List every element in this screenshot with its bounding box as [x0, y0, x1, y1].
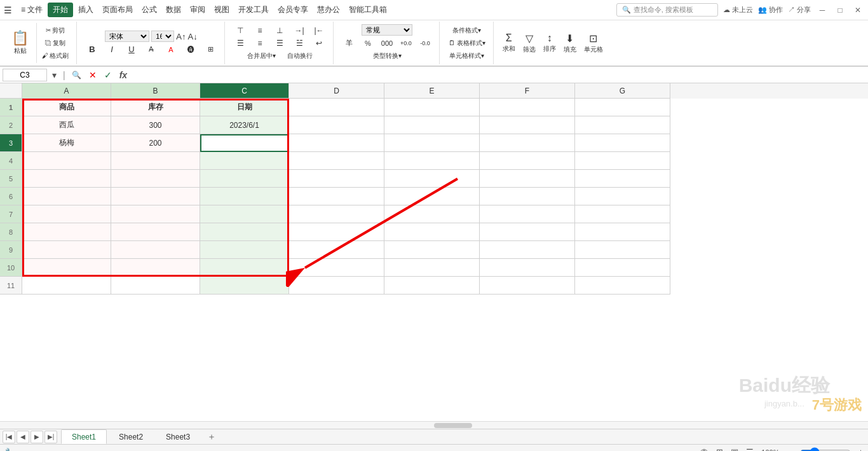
col-header-A[interactable]: A: [22, 83, 111, 99]
cell-B9[interactable]: [111, 241, 200, 259]
sheet-nav-prev[interactable]: ◀: [17, 431, 29, 443]
cell-E4[interactable]: [384, 152, 480, 170]
maximize-button[interactable]: □: [834, 4, 846, 17]
formula-input[interactable]: [132, 71, 865, 80]
font-size-select[interactable]: 16: [151, 31, 174, 42]
cell-D10[interactable]: [289, 259, 384, 277]
cell-A6[interactable]: [22, 188, 111, 205]
menu-formula[interactable]: 公式: [138, 3, 161, 17]
cell-E10[interactable]: [384, 259, 480, 277]
cell-E11[interactable]: [384, 277, 480, 295]
cell-C9[interactable]: [200, 241, 289, 259]
cell-A8[interactable]: [22, 223, 111, 241]
cell-G4[interactable]: [575, 152, 670, 170]
cell-F6[interactable]: [480, 188, 575, 205]
cell-F2[interactable]: [480, 116, 575, 134]
fill-button[interactable]: ⬇ 填充: [561, 31, 579, 55]
cell-A3[interactable]: 杨梅: [22, 134, 111, 152]
cell-B2[interactable]: 300: [111, 116, 200, 134]
cell-A4[interactable]: [22, 152, 111, 170]
menu-view[interactable]: 视图: [210, 3, 233, 17]
zoom-increase-button[interactable]: +: [858, 448, 863, 452]
cell-C10[interactable]: [200, 259, 289, 277]
cell-G6[interactable]: [575, 188, 670, 205]
align-bottom-button[interactable]: ⊥: [271, 25, 288, 36]
cell-F9[interactable]: [480, 241, 575, 259]
cell-D7[interactable]: [289, 205, 384, 223]
underline-button[interactable]: U: [123, 43, 140, 55]
number-format-select[interactable]: 常规: [362, 24, 412, 36]
cut-button[interactable]: ✂ 剪切: [39, 25, 71, 36]
decrease-font-button[interactable]: A↓: [188, 32, 198, 41]
fill-color-button[interactable]: 🅐: [182, 45, 200, 55]
sum-button[interactable]: Σ 求和: [500, 31, 518, 55]
font-color-button[interactable]: A: [162, 45, 180, 55]
row-num-1[interactable]: 1: [0, 99, 22, 116]
col-header-B[interactable]: B: [111, 83, 200, 99]
sheet-nav-next[interactable]: ▶: [31, 431, 43, 443]
cell-A11[interactable]: [22, 277, 111, 295]
minimize-button[interactable]: ─: [816, 4, 829, 17]
close-button[interactable]: ✕: [851, 4, 864, 17]
cell-A10[interactable]: [22, 259, 111, 277]
status-icon[interactable]: 🔧: [5, 448, 14, 451]
percent-button[interactable]: 羊: [340, 37, 358, 49]
cell-F5[interactable]: [480, 170, 575, 188]
row-num-11[interactable]: 11: [0, 277, 22, 295]
cell-C1[interactable]: 日期: [200, 99, 289, 116]
paste-button[interactable]: 📋 粘贴: [8, 29, 32, 58]
row-num-9[interactable]: 9: [0, 241, 22, 259]
cell-C2[interactable]: 2023/6/1: [200, 116, 289, 134]
cell-C6[interactable]: [200, 188, 289, 205]
menu-file[interactable]: ≡ 文件: [17, 3, 46, 17]
copy-button[interactable]: ⿻ 复制: [39, 38, 71, 49]
menu-data[interactable]: 数据: [162, 3, 185, 17]
cell-B10[interactable]: [111, 259, 200, 277]
menu-home[interactable]: 开始: [48, 3, 73, 17]
cell-G11[interactable]: [575, 277, 670, 295]
cell-B1[interactable]: 库存: [111, 99, 200, 116]
cell-F8[interactable]: [480, 223, 575, 241]
cell-G5[interactable]: [575, 170, 670, 188]
menu-huiban[interactable]: 慧办公: [313, 3, 344, 17]
cell-F4[interactable]: [480, 152, 575, 170]
collab-label[interactable]: 👥 协作: [758, 5, 783, 15]
row-num-8[interactable]: 8: [0, 223, 22, 241]
table-style-button[interactable]: 🗒 表格样式▾: [446, 38, 488, 49]
cell-C5[interactable]: [200, 170, 289, 188]
menu-icon[interactable]: ☰: [4, 5, 12, 15]
confirm-formula-button[interactable]: ✓: [102, 70, 114, 80]
cell-E9[interactable]: [384, 241, 480, 259]
menu-review[interactable]: 审阅: [186, 3, 209, 17]
cell-C8[interactable]: [200, 223, 289, 241]
cell-C7[interactable]: [200, 205, 289, 223]
sheet-tab-sheet2[interactable]: Sheet2: [108, 429, 154, 444]
cell-B6[interactable]: [111, 188, 200, 205]
bold-button[interactable]: B: [83, 43, 101, 55]
cloud-label[interactable]: ☁ 未上云: [723, 5, 753, 15]
align-right-button[interactable]: ☰: [271, 38, 288, 49]
increase-font-button[interactable]: A↑: [176, 32, 186, 41]
cell-B11[interactable]: [111, 277, 200, 295]
cell-G8[interactable]: [575, 223, 670, 241]
cell-D3[interactable]: [289, 134, 384, 152]
cell-style-button[interactable]: 单元格样式▾: [447, 50, 487, 62]
cell-G9[interactable]: [575, 241, 670, 259]
search-box[interactable]: 🔍 查找命令, 搜索模板: [616, 3, 718, 17]
cell-B4[interactable]: [111, 152, 200, 170]
cell-E6[interactable]: [384, 188, 480, 205]
row-num-10[interactable]: 10: [0, 259, 22, 277]
cell-G10[interactable]: [575, 259, 670, 277]
filter-button[interactable]: ▽ 筛选: [520, 31, 538, 55]
cell-B7[interactable]: [111, 205, 200, 223]
type-convert-button[interactable]: 类型转换▾: [370, 50, 404, 62]
align-center-button[interactable]: ≡: [251, 38, 269, 49]
cell-E7[interactable]: [384, 205, 480, 223]
cell-D6[interactable]: [289, 188, 384, 205]
cell-E2[interactable]: [384, 116, 480, 134]
cell-A2[interactable]: 西瓜: [22, 116, 111, 134]
align-top-button[interactable]: ⊤: [231, 25, 249, 36]
cancel-formula-button[interactable]: ✕: [86, 70, 99, 80]
cell-C3[interactable]: [200, 134, 289, 152]
menu-page-layout[interactable]: 页面布局: [98, 3, 137, 17]
